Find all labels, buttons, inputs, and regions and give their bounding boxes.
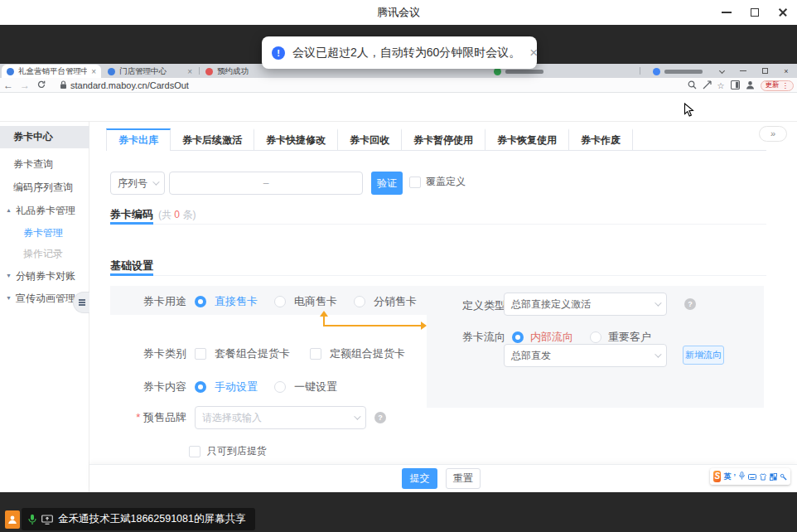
override-define-checkbox[interactable] xyxy=(409,177,421,188)
ime-language-toggle[interactable]: 英 xyxy=(723,472,731,482)
define-help-icon[interactable]: ? xyxy=(684,298,696,310)
tab-card-suspend[interactable]: 券卡暂停使用 xyxy=(402,128,485,151)
browser-tab-1[interactable]: 礼盒营销平台管理中心 × xyxy=(2,65,101,78)
submit-button[interactable]: 提交 xyxy=(402,468,437,489)
content-option-manual[interactable]: 手动设置 xyxy=(215,380,258,394)
tab-card-outbound[interactable]: 券卡出库 xyxy=(106,128,171,151)
mouse-cursor xyxy=(683,103,694,120)
browser-tab-2[interactable]: 门店管理中心 × xyxy=(103,65,197,78)
connector-arrowhead-up xyxy=(320,311,328,317)
category-label: 券卡类别 xyxy=(110,346,186,361)
usage-radio-distribution[interactable] xyxy=(354,296,365,307)
screen-share-banner: 金禾通技术王斌18662591081的屏幕共享 xyxy=(22,508,255,530)
bookmark-star-icon[interactable]: ☆ xyxy=(717,81,725,90)
back-icon[interactable]: ← xyxy=(0,80,17,91)
store-only-checkbox[interactable] xyxy=(189,446,200,457)
zoom-icon[interactable] xyxy=(688,78,697,93)
maximize-icon xyxy=(751,8,759,17)
browser-maximize-button[interactable] xyxy=(757,65,772,76)
browser-menu-chevron[interactable] xyxy=(714,65,729,76)
sidebar-item-card-query[interactable]: 券卡查询 xyxy=(0,154,89,174)
usage-option-direct[interactable]: 直接售卡 xyxy=(215,294,258,309)
override-define-label: 覆盖定义 xyxy=(426,175,466,189)
content-radio-onekey[interactable] xyxy=(274,381,286,393)
serial-range-input[interactable]: – xyxy=(169,172,363,195)
brand-label: * 预售品牌 xyxy=(110,410,186,425)
meeting-titlebar: 腾讯会议 xyxy=(0,0,797,25)
ime-toolbar[interactable]: S 英 ’ xyxy=(710,468,790,485)
toast-close-icon[interactable]: × xyxy=(529,45,538,61)
tab-card-resume[interactable]: 券卡恢复使用 xyxy=(485,128,569,151)
sidebar-group-gift-card-mgmt[interactable]: ▲ 礼品券卡管理 xyxy=(0,201,89,220)
tab-title: 礼盒营销平台管理中心 xyxy=(18,66,87,77)
sidebar-group-distribution-reconcile[interactable]: ▼ 分销券卡对账 xyxy=(0,266,89,286)
tab-card-quick-edit[interactable]: 券卡快捷修改 xyxy=(254,128,338,151)
close-icon xyxy=(778,7,788,17)
connector-line-horizontal xyxy=(323,325,424,326)
tab-close-icon[interactable]: × xyxy=(187,67,192,76)
brand-help-icon[interactable]: ? xyxy=(374,412,386,423)
profile-icon[interactable] xyxy=(746,78,755,93)
browser-close-button[interactable]: × xyxy=(779,65,794,76)
flow-radio-internal[interactable] xyxy=(512,331,524,343)
share-icon[interactable] xyxy=(703,78,712,93)
add-flow-button[interactable]: 新增流向 xyxy=(683,346,724,365)
split-view-icon[interactable] xyxy=(731,78,740,93)
serial-type-select[interactable]: 序列号 xyxy=(110,172,165,195)
ime-mic-icon[interactable] xyxy=(738,469,746,484)
expand-triangle-icon: ▼ xyxy=(6,266,12,286)
define-type-label: 定义类型 xyxy=(462,298,505,313)
flow-option-internal[interactable]: 内部流向 xyxy=(530,330,573,345)
flow-radio-vip[interactable] xyxy=(590,331,601,343)
sidebar-item-operation-log[interactable]: 操作记录 xyxy=(0,244,89,264)
maximize-button[interactable] xyxy=(741,0,769,25)
tab-card-void[interactable]: 券卡作废 xyxy=(569,128,633,151)
panel-expand-button[interactable]: » xyxy=(759,126,787,142)
sidebar-collapse-handle[interactable] xyxy=(73,292,89,313)
ime-settings-icon[interactable] xyxy=(780,469,787,484)
tab-card-followup-activate[interactable]: 券卡后续激活 xyxy=(171,128,254,151)
store-only-row[interactable]: 只可到店提货 xyxy=(189,444,267,458)
forward-icon[interactable]: → xyxy=(17,80,33,91)
close-button[interactable] xyxy=(769,0,797,25)
usage-option-ecommerce[interactable]: 电商售卡 xyxy=(294,294,337,309)
reset-button[interactable]: 重置 xyxy=(446,468,481,489)
sogou-logo-icon[interactable]: S xyxy=(713,471,721,482)
browser-minimize-button[interactable] xyxy=(736,65,751,76)
collapse-triangle-icon: ▲ xyxy=(6,201,12,220)
flow-option-vip[interactable]: 重要客户 xyxy=(608,330,651,345)
sidebar-group-label: 分销券卡对账 xyxy=(16,266,75,286)
category-checkbox-fixed[interactable] xyxy=(310,348,321,360)
override-define-option[interactable]: 覆盖定义 xyxy=(409,175,466,189)
reload-icon[interactable] xyxy=(33,80,50,91)
category-option-package[interactable]: 套餐组合提货卡 xyxy=(215,346,290,361)
verify-button[interactable]: 验证 xyxy=(371,172,403,195)
content-radio-manual[interactable] xyxy=(195,381,206,393)
sidebar-item-code-sequence-query[interactable]: 编码序列查询 xyxy=(0,177,89,197)
ime-punctuation-toggle[interactable]: ’ xyxy=(733,472,736,481)
ime-skin-icon[interactable] xyxy=(759,469,767,484)
tab-title: 预约成功 xyxy=(217,66,249,77)
content-option-onekey[interactable]: 一键设置 xyxy=(294,380,337,394)
range-separator: – xyxy=(263,177,269,189)
usage-radio-ecommerce[interactable] xyxy=(274,296,286,307)
content-row: 券卡内容 手动设置 一键设置 xyxy=(110,380,337,394)
usage-radio-direct[interactable] xyxy=(195,296,206,307)
screen-share-icon xyxy=(41,515,53,525)
ime-keyboard-icon[interactable] xyxy=(748,469,756,484)
ime-toolbox-icon[interactable] xyxy=(770,469,777,484)
category-row: 券卡类别 套餐组合提货卡 定额组合提货卡 xyxy=(110,346,405,361)
section-divider xyxy=(110,224,766,225)
sidebar-item-card-mgmt[interactable]: 券卡管理 xyxy=(0,223,89,243)
flow-select[interactable]: 总部直发 xyxy=(504,344,667,367)
address-bar[interactable]: standard.maboy.cn/CardsOut xyxy=(70,80,189,90)
tab-close-icon[interactable]: × xyxy=(91,67,96,76)
usage-option-distribution[interactable]: 分销售卡 xyxy=(374,294,417,309)
category-option-fixed[interactable]: 定额组合提货卡 xyxy=(330,346,405,361)
brand-select[interactable]: 请选择或输入 xyxy=(195,406,366,429)
category-checkbox-package[interactable] xyxy=(195,348,206,360)
define-type-select[interactable]: 总部直接定义激活 xyxy=(504,293,667,316)
browser-update-button[interactable]: 更新 ⋮ xyxy=(761,80,795,91)
minimize-button[interactable] xyxy=(712,0,741,25)
tab-card-recycle[interactable]: 券卡回收 xyxy=(338,128,402,151)
